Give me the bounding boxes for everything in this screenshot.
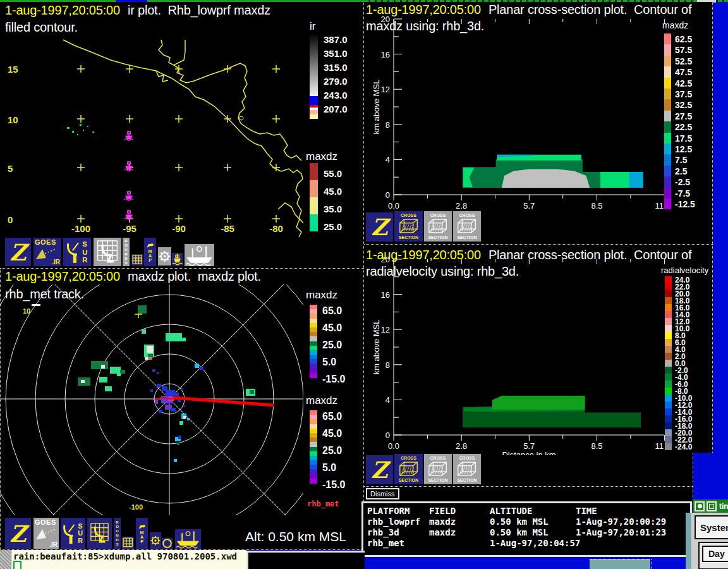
map-grid-cross [272, 65, 280, 73]
colorbar-tick-label: 45.0 [322, 322, 342, 334]
colorbar-segment [310, 96, 318, 105]
altitude-readout: Alt: 0.50 km MSL [245, 529, 346, 544]
colorbar-tick-label: 17.5 [675, 133, 692, 144]
colorbar-segment [665, 443, 672, 450]
grid-icon [131, 254, 143, 266]
ir-toolbar-bounds-button[interactable]: BOUNDS [123, 238, 130, 266]
xs1-toolbar-cross-button[interactable]: CROSSSECTION [394, 211, 423, 242]
table-cell: maxdz [429, 527, 456, 537]
colorbar-segment [665, 332, 672, 339]
colorbar-segment [665, 436, 672, 443]
colorbar-segment [664, 56, 671, 66]
tin-window-titlebar[interactable]: tin [693, 499, 728, 513]
colorbar-title: maxdz [306, 150, 337, 163]
scale-marker [32, 304, 40, 306]
ppi-toolbar-gear-button[interactable] [150, 532, 161, 549]
colorbar-segment [665, 401, 672, 408]
ppi-toolbar-z-button[interactable]: Z [5, 518, 31, 549]
ir-toolbar-gear-button[interactable] [158, 247, 171, 266]
y-tick-label: 12 [381, 85, 390, 94]
panel-ir-timestamp: 1-aug-1997,20:05:00 [5, 3, 120, 17]
ppi-toolbar-ship-button[interactable] [175, 529, 201, 549]
panel-ppi-timestamp: 1-aug-1997,20:05:00 [5, 269, 120, 283]
panel-ir-title: 1-aug-1997,20:05:00ir plot. Rhb_lowprf m… [5, 3, 270, 18]
xs2-toolbar-cross-button[interactable]: CROSSSECTION [424, 454, 452, 484]
ir-toolbar-goes-button[interactable]: GOES.IR [33, 238, 61, 266]
grid-radar-icon [87, 518, 112, 549]
colorbar-title: radialvelocity [661, 266, 708, 275]
y-axis-label: km above MSL [372, 80, 381, 135]
terminal-window[interactable]: rain:beaufait:85>xdump.all 970801.2005.x… [0, 550, 246, 569]
colorbar-tick-label: 7.5 [675, 155, 687, 165]
colorbar-segment [664, 166, 671, 176]
map-grid-cross [77, 115, 85, 123]
x-tick-label: 8.5 [591, 441, 602, 451]
ppi-radial-lines [0, 284, 303, 515]
cross-section-icon: CROSSSECTION [394, 456, 423, 483]
ir-toolbar-grid-button[interactable] [131, 254, 143, 266]
ppi-toolbar-circle-button[interactable] [162, 538, 173, 549]
y-tick-label: 0 [385, 190, 390, 200]
ship-icon [185, 244, 214, 266]
xs2-toolbar-z-button[interactable]: Z [366, 455, 393, 484]
colorbar-tick-label: 25.0 [322, 445, 342, 456]
map-grid-cross [175, 115, 183, 123]
ppi-toolbar-map-button[interactable]: MAP [136, 518, 148, 549]
colorbar-tick-label: -15.0 [322, 374, 345, 385]
window-menu-icon[interactable] [695, 501, 705, 511]
colorbar-segment [665, 318, 672, 325]
bounds-icon: BOUNDS [124, 239, 128, 266]
window-iconify-icon[interactable] [707, 501, 717, 511]
table-cell: 1-Aug-97,20:00:29 [576, 517, 666, 527]
colorbar-tick-label: 5.0 [322, 357, 336, 368]
central-america-map[interactable]: 151050-100-95-90-85-80 [0, 38, 303, 238]
radar-echo [81, 380, 85, 383]
ppi-corner-label: 10 [23, 307, 30, 315]
y-tick-label: 16 [381, 290, 390, 300]
x-tick-label: 2.8 [456, 201, 467, 211]
ppi-toolbar-goes-button[interactable]: GOES.IR [33, 518, 59, 549]
zebra-display-screen: 1-aug-1997,20:05:00ir plot. Rhb_lowprf m… [0, 0, 728, 569]
table-cell: rhb_met [367, 538, 404, 548]
ppi-toolbar-bounds-button[interactable]: BOUNDS [114, 518, 121, 549]
colorbar-segment [665, 346, 672, 353]
colorbar-tick-label: 65.0 [322, 305, 342, 317]
day-button[interactable]: Day [702, 546, 728, 562]
ppi-toolbar-grid-button[interactable] [122, 537, 134, 549]
terminal-scrollbar[interactable] [0, 550, 11, 569]
table-cell: rhb_lowprf [367, 517, 420, 527]
colorbar-segment [664, 44, 671, 55]
ppi-toolbar-sur-button[interactable]: SUR [61, 518, 85, 549]
table-header: TIME [576, 506, 597, 516]
radar-ppi-display[interactable]: 10-100 [0, 284, 303, 515]
ir-toolbar-map-button[interactable]: MAP [144, 238, 156, 266]
panel-ppi-title-line2: rhb_met track. [5, 287, 84, 302]
ir-toolbar-gridradar-button[interactable] [94, 238, 121, 266]
colorbar-tick-label: 387.0 [324, 34, 348, 45]
range-ring [0, 284, 303, 515]
zebra-logo-icon: Z [371, 458, 387, 481]
ir-toolbar-ship-button[interactable] [185, 244, 214, 266]
table-cell: 0.50 km MSL [490, 527, 549, 537]
ir-toolbar-buoy-button[interactable] [172, 253, 183, 266]
ir-toolbar-z-button[interactable]: Z [5, 238, 31, 266]
table-cell: 0.50 km MSL [490, 517, 549, 527]
xs2-toolbar-cross-button[interactable]: CROSSSECTION [394, 454, 423, 484]
ship-platform-icon [124, 131, 133, 140]
xs1-toolbar-z-button[interactable]: Z [366, 212, 393, 242]
colorbar-tick-label: 65.0 [322, 411, 342, 422]
colorbar-tick-label: 62.5 [675, 34, 692, 44]
xs1-toolbar-cross-button[interactable]: CROSSSECTION [424, 211, 452, 242]
dismiss-button[interactable]: Dismiss [366, 488, 399, 499]
ppi-toolbar-gridradar-button[interactable] [87, 518, 112, 549]
xs2-toolbar-cross-button[interactable]: CROSSSECTION [453, 454, 481, 484]
ir-toolbar-sur-button[interactable]: SUR [63, 238, 91, 266]
colorbar-segment [665, 311, 672, 318]
colorbar-tick-label: 37.5 [675, 89, 692, 99]
colorbar-segment [664, 199, 671, 209]
bottom-edge-separator [651, 559, 652, 569]
radar-echo [157, 372, 159, 374]
xs1-toolbar-cross-button[interactable]: CROSSSECTION [453, 211, 481, 242]
cross-section-icon: CROSSSECTION [424, 213, 452, 240]
map-radar-speck [92, 132, 94, 133]
